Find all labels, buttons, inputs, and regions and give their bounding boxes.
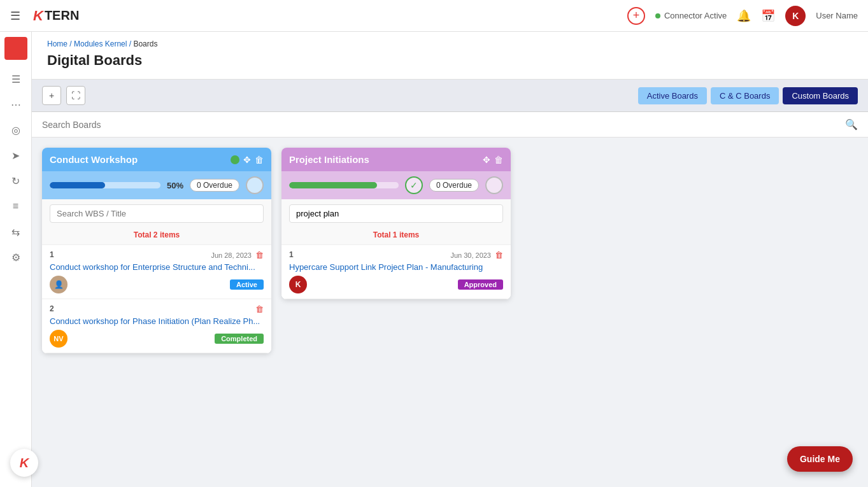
- topnav: ☰ KTERN + Connector Active 🔔 📅 K User Na…: [0, 0, 868, 32]
- board-item-1-2: 2 🗑 Conduct workshop for Phase Initiatio…: [42, 299, 271, 353]
- breadcrumb-home[interactable]: Home: [47, 39, 68, 48]
- search-bar: 🔍: [32, 112, 868, 138]
- expand-button[interactable]: ⛶: [66, 86, 85, 105]
- board-card-project-initiations: Project Initiations ✥ 🗑 ✓ 0 Overdue: [281, 148, 511, 299]
- sidebar-item-grid[interactable]: ⋯: [4, 93, 27, 116]
- status-badge-1-2: Completed: [215, 334, 264, 344]
- board-body-1: Total 2 items 1 Jun 28, 2023 🗑 Conduct w…: [42, 199, 271, 353]
- avatar-k-2-1: K: [289, 276, 307, 293]
- main: Home / Modules Kernel / Boards Digital B…: [32, 32, 868, 487]
- connector-status: Connector Active: [655, 11, 727, 20]
- ktern-badge-icon: K: [20, 456, 29, 470]
- search-icon: 🔍: [845, 118, 858, 131]
- status-badge-1-1: Active: [230, 279, 264, 290]
- add-icon[interactable]: +: [627, 7, 645, 25]
- connector-dot: [655, 13, 660, 18]
- circle-btn-2[interactable]: [485, 176, 503, 194]
- progress-fill-2: [289, 182, 377, 188]
- board-progress-row-1: 50% 0 Overdue: [42, 171, 271, 199]
- board-item-num-1-1: 1: [50, 250, 54, 259]
- board-expand-btn-1[interactable]: ✥: [243, 155, 251, 165]
- calendar-icon[interactable]: 📅: [761, 9, 775, 23]
- sidebar-item-send[interactable]: ➤: [4, 144, 27, 167]
- page-header: Home / Modules Kernel / Boards Digital B…: [32, 32, 868, 80]
- breadcrumb-boards: Boards: [133, 39, 157, 48]
- circle-btn-1[interactable]: [246, 176, 264, 194]
- progress-fill-1: [50, 182, 105, 188]
- board-expand-btn-2[interactable]: ✥: [483, 155, 490, 165]
- guide-me-button[interactable]: Guide Me: [787, 446, 853, 472]
- sidebar-item-doc[interactable]: ☰: [4, 67, 27, 90]
- board-item-footer-1-2: NV Completed: [50, 330, 264, 348]
- avatar-sm-1-1: 👤: [50, 276, 68, 293]
- breadcrumb-modules[interactable]: Modules Kernel: [74, 39, 127, 48]
- board-progress-row-2: ✓ 0 Overdue: [281, 171, 511, 199]
- board-item-header-1-1: 1 Jun 28, 2023 🗑: [50, 250, 264, 260]
- sidebar-item-exchange[interactable]: ⇆: [4, 220, 27, 243]
- sidebar-item-circle[interactable]: ◎: [4, 118, 27, 141]
- progress-pct-1: 50%: [167, 181, 183, 190]
- logo-tern: TERN: [45, 8, 79, 23]
- board-item-2-1: 1 Jun 30, 2023 🗑 Hypercare Support Link …: [281, 245, 511, 299]
- board-title-1: Conduct Workshop: [50, 154, 225, 165]
- board-item-footer-1-1: 👤 Active: [50, 276, 264, 293]
- board-total-2: Total 1 items: [281, 228, 511, 245]
- breadcrumb: Home / Modules Kernel / Boards: [47, 39, 853, 48]
- sidebar: ☰ ⋯ ◎ ➤ ↻ ≡ ⇆ ⚙: [0, 32, 32, 487]
- board-search-wrap-1: [42, 199, 271, 228]
- board-item-title-2-1[interactable]: Hypercare Support Link Project Plan - Ma…: [289, 262, 503, 272]
- overdue-badge-1: 0 Overdue: [190, 179, 239, 192]
- logo: KTERN: [33, 8, 79, 24]
- boards-area: Conduct Workshop ✥ 🗑 50% 0 Overdue: [32, 138, 868, 363]
- board-header-pink: Project Initiations ✥ 🗑: [281, 148, 511, 171]
- board-item-1-1: 1 Jun 28, 2023 🗑 Conduct workshop for En…: [42, 245, 271, 299]
- progress-bar-2: [289, 182, 399, 188]
- board-item-num-1-2: 2: [50, 304, 54, 313]
- overdue-badge-2: 0 Overdue: [429, 179, 479, 192]
- board-search-1[interactable]: [50, 204, 264, 223]
- logo-k: K: [33, 8, 43, 24]
- board-item-num-2-1: 1: [289, 250, 294, 259]
- progress-bar-1: [50, 182, 160, 188]
- hamburger-icon[interactable]: ☰: [10, 9, 20, 23]
- board-delete-btn-1[interactable]: 🗑: [255, 155, 264, 165]
- board-item-header-1-2: 2 🗑: [50, 304, 264, 314]
- tab-cc-boards[interactable]: C & C Boards: [711, 87, 779, 104]
- sidebar-item-refresh[interactable]: ↻: [4, 169, 27, 192]
- status-badge-2-1: Approved: [458, 279, 503, 290]
- board-header-icons-2: ✥ 🗑: [483, 155, 503, 165]
- board-item-title-1-1[interactable]: Conduct workshop for Enterprise Structur…: [50, 262, 264, 272]
- board-item-header-2-1: 1 Jun 30, 2023 🗑: [289, 250, 503, 260]
- add-button[interactable]: +: [42, 86, 61, 105]
- board-search-2[interactable]: [289, 204, 503, 223]
- board-status-dot-1: [231, 155, 239, 164]
- page-title: Digital Boards: [47, 52, 853, 69]
- board-item-date-1-1: Jun 28, 2023: [211, 251, 252, 259]
- board-delete-btn-2[interactable]: 🗑: [494, 155, 503, 165]
- board-item-title-1-2[interactable]: Conduct workshop for Phase Initiation (P…: [50, 316, 264, 326]
- sidebar-red-block[interactable]: [4, 37, 27, 60]
- check-circle-2: ✓: [405, 176, 423, 194]
- tab-custom-boards[interactable]: Custom Boards: [783, 87, 858, 104]
- user-name: User Name: [816, 11, 858, 20]
- board-total-1: Total 2 items: [42, 228, 271, 245]
- sidebar-item-settings[interactable]: ⚙: [4, 246, 27, 269]
- board-header-icons-1: ✥ 🗑: [231, 155, 264, 165]
- avatar[interactable]: K: [785, 6, 806, 26]
- board-item-date-2-1: Jun 30, 2023: [450, 251, 491, 259]
- ktern-badge[interactable]: K: [10, 449, 38, 477]
- toolbar: + ⛶ Active Boards C & C Boards Custom Bo…: [32, 80, 868, 112]
- board-item-footer-2-1: K Approved: [289, 276, 503, 293]
- toolbar-tabs: Active Boards C & C Boards Custom Boards: [638, 87, 858, 104]
- sidebar-item-lines[interactable]: ≡: [4, 195, 27, 218]
- search-input[interactable]: [42, 120, 845, 130]
- bell-icon[interactable]: 🔔: [737, 9, 751, 23]
- connector-label: Connector Active: [664, 11, 727, 20]
- delete-icon-2-1[interactable]: 🗑: [495, 250, 503, 260]
- delete-icon-1-2[interactable]: 🗑: [255, 304, 264, 314]
- avatar-initials-1-2: NV: [50, 330, 68, 348]
- board-title-2: Project Initiations: [289, 154, 478, 165]
- nav-right: + Connector Active 🔔 📅 K User Name: [627, 6, 858, 26]
- delete-icon-1-1[interactable]: 🗑: [255, 250, 264, 260]
- tab-active-boards[interactable]: Active Boards: [638, 87, 707, 104]
